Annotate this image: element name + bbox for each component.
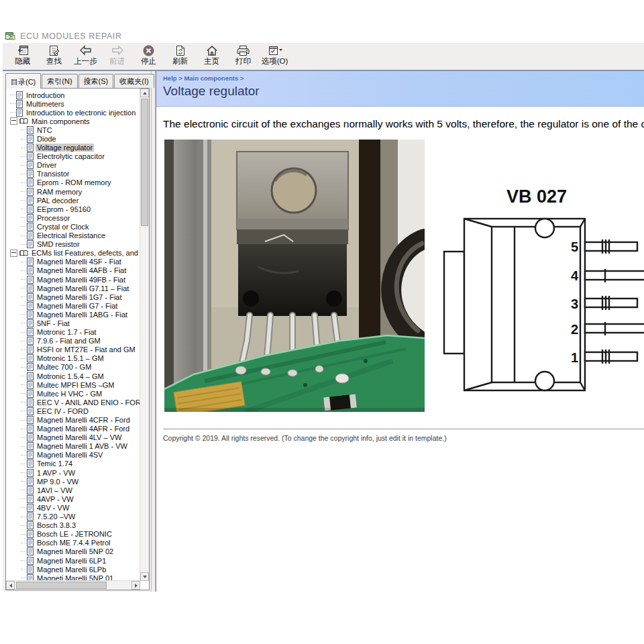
tree-item-label[interactable]: Introduction to electronic injection (25, 109, 137, 117)
tree-item-label[interactable]: 1 AVP - VW (36, 469, 76, 477)
tree-item-label[interactable]: Bosch LE - JETRONIC (36, 530, 113, 538)
tree-item[interactable]: Magneti Marelli 4CFR - Ford (6, 415, 140, 424)
tree-item[interactable]: Multimeters (6, 99, 140, 108)
tree-item-label[interactable]: Magneti Marelli 6LP1 (36, 557, 107, 565)
tree-item[interactable]: 1AVI – VW (6, 486, 140, 494)
toolbar-hide-button[interactable]: 隐藏 (7, 44, 38, 68)
toolbar-back-button[interactable]: 上一步 (70, 44, 101, 68)
tree-item-label[interactable]: 7.9.6 - Fiat and GM (36, 337, 102, 345)
nav-tab-favorites[interactable]: 收藏夹(I) (114, 74, 154, 88)
tree-item[interactable]: Multec MPFI EMS –GM (6, 380, 140, 389)
tree-item-label[interactable]: 7.5.20 –VW (36, 513, 76, 521)
tree-item[interactable]: Magneti Marelli 6LPb (6, 565, 140, 574)
tree-item-label[interactable]: Magneti Marelli 1ABG - Fiat (36, 311, 129, 319)
tree-item-label[interactable]: Magneti Marelli 6LPb (36, 566, 107, 574)
tree-item-label[interactable]: Introduction (25, 91, 66, 99)
tree-item-label[interactable]: Voltage regulator (36, 144, 94, 152)
tree-item[interactable]: RAM memory (6, 187, 140, 196)
tree-item[interactable]: Bosch 3.8.3 (6, 521, 140, 530)
collapse-toggle-icon[interactable] (10, 117, 17, 125)
tree-item-label[interactable]: Motronic 1.5.4 – GM (36, 372, 105, 380)
tree-item[interactable]: EEC V - ANIL AND ENIO - FORD (6, 398, 140, 407)
tree-item[interactable]: 4AVP - VW (6, 494, 140, 503)
tree-item-label[interactable]: ECMs list Features, defects, and repair (30, 249, 140, 257)
tree-item-label[interactable]: Magneti Marelli 5NP 02 (36, 547, 115, 555)
tree-item-label[interactable]: NTC (36, 126, 54, 134)
tree-item-label[interactable]: SMD resistor (36, 240, 81, 248)
nav-tab-index[interactable]: 索引(N) (42, 74, 77, 88)
tree-item[interactable]: Magneti Marelli 6LP1 (6, 556, 140, 565)
tree-item[interactable]: PAL decoder (6, 196, 140, 205)
tree-item-label[interactable]: PAL decoder (36, 197, 80, 205)
tree-item-label[interactable]: EEprom - 95160 (36, 205, 92, 213)
tree-item[interactable]: Motronic 1.5.4 – GM (6, 372, 140, 380)
tree-item[interactable]: EEC IV - FORD (6, 407, 140, 415)
tree-item[interactable]: Magneti Marelli 1G7 - Fiat (6, 292, 140, 301)
tree-item[interactable]: Magneti Marelli G7.11 – Fiat (6, 284, 140, 292)
tree-item[interactable]: Magneti Marelli 5NP 02 (6, 547, 140, 556)
tree-item[interactable]: Introduction to electronic injection (6, 108, 140, 117)
scroll-right-button[interactable] (131, 581, 140, 590)
scroll-left-button[interactable] (6, 581, 15, 590)
tree-item-label[interactable]: Multec MPFI EMS –GM (36, 381, 116, 389)
tree-item[interactable]: Diode (6, 134, 140, 143)
toolbar-find-button[interactable]: 查找 (38, 44, 70, 68)
tree-item[interactable]: Electrical Resistance (6, 231, 140, 240)
tree-item[interactable]: Bosch LE - JETRONIC (6, 530, 140, 539)
tree-item-label[interactable]: Processor (36, 214, 72, 222)
tree-item[interactable]: Driver (6, 161, 140, 170)
toolbar-refresh-button[interactable]: 刷新 (164, 44, 196, 68)
tree-item[interactable]: NTC (6, 125, 140, 134)
tree-item-label[interactable]: Magneti Marelli 1 AVB - VW (36, 442, 129, 450)
tree-item-label[interactable]: Motronic 1.7 - Fiat (36, 328, 98, 336)
tree-item-label[interactable]: Crystal or Clock (36, 223, 91, 231)
pane-splitter[interactable] (151, 71, 156, 592)
tree-item[interactable]: Motronic 1.5.1 – GM (6, 354, 140, 363)
nav-tab-contents[interactable]: 目录(C) (5, 73, 41, 89)
tree-item[interactable]: Magneti Marelli 4SF - Fiat (6, 258, 140, 266)
tree-item[interactable]: Magneti Marelli 1ABG - Fiat (6, 310, 140, 319)
tree-item[interactable]: Magneti Marelli 4SV (6, 451, 140, 460)
tree-item-label[interactable]: Main components (30, 117, 91, 125)
tree-item-label[interactable]: 4AVP - VW (36, 495, 75, 503)
tree-item-label[interactable]: Multec H VHC - GM (36, 390, 103, 398)
tree-item[interactable]: Introduction (6, 91, 140, 99)
tree-item[interactable]: HSFI or MT27E - Fiat and GM (6, 345, 140, 354)
tree-item-label[interactable]: Electrolytic capacitor (36, 152, 106, 160)
tree-item[interactable]: Magneti Marelli G7 - Fiat (6, 301, 140, 310)
tree-item-label[interactable]: Temic 1.74 (36, 460, 74, 468)
horizontal-scroll-thumb[interactable] (16, 582, 107, 589)
tree-item[interactable]: Crystal or Clock (6, 222, 140, 231)
scroll-down-button[interactable] (140, 572, 149, 581)
tree-horizontal-scrollbar[interactable] (6, 580, 140, 590)
tree-item[interactable]: SMD resistor (6, 240, 140, 249)
tree-item-label[interactable]: Bosch 3.8.3 (36, 521, 77, 529)
tree-item[interactable]: 7.9.6 - Fiat and GM (6, 337, 140, 345)
tree-item[interactable]: 4BV - VW (6, 503, 140, 512)
scroll-up-button[interactable] (140, 89, 149, 97)
tree-item-label[interactable]: Multimeters (25, 100, 66, 108)
tree-item-label[interactable]: Magneti Marelli 1G7 - Fiat (36, 293, 123, 301)
tree-item[interactable]: MP 9.0 - VW (6, 477, 140, 486)
tree-item-label[interactable]: Magneti Marelli 4CFR - Ford (36, 416, 131, 424)
tree-book-item[interactable]: Main components (6, 117, 140, 125)
tree-item[interactable]: Magneti Marelli 49FB - Fiat (6, 275, 140, 284)
vertical-scroll-thumb[interactable] (141, 99, 148, 226)
toolbar-stop-button[interactable]: 停止 (133, 44, 164, 68)
toolbar-home-button[interactable]: 主页 (196, 44, 227, 68)
tree-item[interactable]: Electrolytic capacitor (6, 152, 140, 161)
tree-item-label[interactable]: Electrical Resistance (36, 231, 107, 239)
toolbar-options-button[interactable]: 选项(O) (259, 44, 290, 68)
breadcrumb[interactable]: Help > Main components > (163, 74, 644, 82)
tree-item[interactable]: Magneti Marelli 4LV – VW (6, 433, 140, 442)
tree-item-label[interactable]: RAM memory (36, 188, 83, 196)
tree-item-label[interactable]: EEC V - ANIL AND ENIO - FORD (36, 398, 140, 407)
tree-vertical-scrollbar[interactable] (140, 89, 149, 581)
tree-item[interactable]: Multec H VHC - GM (6, 389, 140, 398)
toolbar-print-button[interactable]: 打印 (227, 44, 259, 68)
tree-item[interactable]: Eprom - ROM memory (6, 178, 140, 187)
tree-item-label[interactable]: Multec 700 - GM (36, 363, 93, 371)
tree-item-label[interactable]: Magneti Marelli 4LV – VW (36, 433, 123, 441)
tree-item[interactable]: Temic 1.74 (6, 460, 140, 468)
tree-item-label[interactable]: 5NF - Fiat (36, 319, 71, 327)
